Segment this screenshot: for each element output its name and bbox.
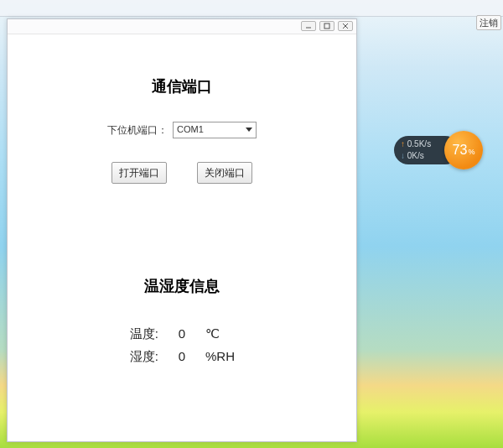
window-controls bbox=[301, 21, 353, 31]
temperature-label: 温度: bbox=[117, 326, 158, 342]
port-row: 下位机端口： COM1 bbox=[16, 122, 348, 138]
comm-section-title: 通信端口 bbox=[16, 76, 348, 96]
app-body: 通信端口 下位机端口： COM1 打开端口 关闭端口 温湿度信息 温度: 0 ℃ bbox=[8, 34, 356, 441]
minimize-button[interactable] bbox=[301, 21, 316, 31]
temperature-row: 温度: 0 ℃ bbox=[16, 326, 348, 342]
desktop-background: 注销 通信端口 下位机端口： COM1 bbox=[0, 0, 503, 448]
maximize-icon bbox=[324, 23, 330, 29]
logout-button[interactable]: 注销 bbox=[476, 15, 501, 30]
system-topbar: 注销 bbox=[0, 0, 503, 17]
window-titlebar[interactable] bbox=[8, 19, 356, 34]
close-button[interactable] bbox=[338, 21, 353, 31]
readings: 温度: 0 ℃ 湿度: 0 %RH bbox=[16, 326, 348, 365]
port-button-row: 打开端口 关闭端口 bbox=[16, 162, 348, 184]
close-icon bbox=[342, 23, 349, 29]
chevron-down-icon bbox=[246, 128, 252, 132]
humidity-unit: %RH bbox=[205, 349, 247, 363]
close-port-button[interactable]: 关闭端口 bbox=[197, 162, 252, 184]
svg-rect-1 bbox=[324, 23, 329, 29]
humidity-value: 0 bbox=[174, 349, 190, 363]
app-window: 通信端口 下位机端口： COM1 打开端口 关闭端口 温湿度信息 温度: 0 ℃ bbox=[7, 18, 357, 442]
maximize-button[interactable] bbox=[319, 21, 334, 31]
minimize-icon bbox=[305, 23, 312, 29]
port-value: COM1 bbox=[177, 124, 204, 134]
temperature-unit: ℃ bbox=[205, 326, 247, 341]
temperature-value: 0 bbox=[174, 326, 190, 341]
port-combobox[interactable]: COM1 bbox=[173, 122, 257, 138]
open-port-button[interactable]: 打开端口 bbox=[111, 162, 167, 184]
humidity-label: 湿度: bbox=[117, 349, 158, 365]
port-label: 下位机端口： bbox=[107, 123, 168, 138]
usage-circle[interactable]: 73 % bbox=[444, 131, 483, 169]
sensor-section-title: 温湿度信息 bbox=[16, 276, 348, 296]
usage-percent: 73 bbox=[453, 143, 468, 158]
percent-icon: % bbox=[468, 148, 474, 156]
humidity-row: 湿度: 0 %RH bbox=[16, 349, 348, 365]
network-widget[interactable]: 0.5K/s 0K/s 73 % bbox=[394, 133, 486, 168]
